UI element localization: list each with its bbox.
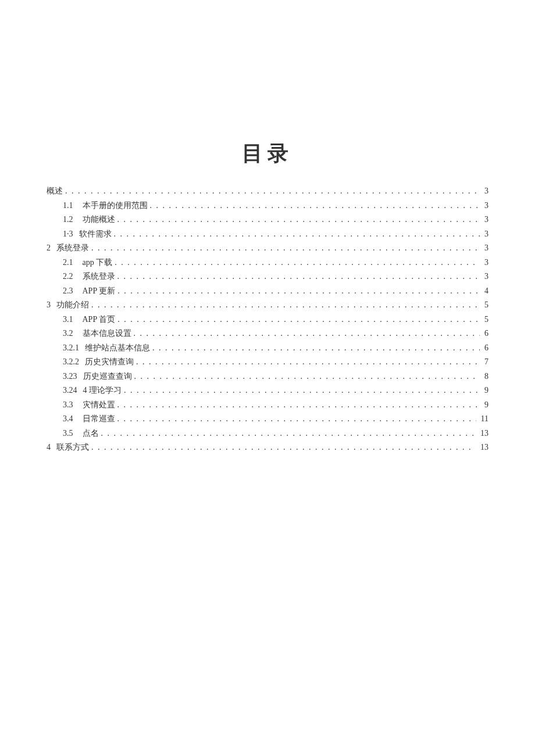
toc-entry-page: 4 [482,284,488,299]
toc-entry-page: 3 [482,241,488,256]
toc-entry-number: 3 [47,298,51,313]
toc-entry-number: 3.2.1 [63,341,79,356]
toc-entry[interactable]: 2系统登录3 [47,241,488,256]
toc-entry-number: 2.2 [63,270,73,284]
toc-entry[interactable]: 2.2系统登录3 [47,270,488,284]
toc-leader-dots [91,241,480,256]
toc-leader-dots [117,313,480,327]
toc-entry[interactable]: 3功能介绍5 [47,298,488,313]
toc-entry-page: 6 [482,327,488,341]
toc-entry-text: 基本信息设置 [83,327,131,341]
toc-entry-page: 6 [482,341,488,356]
toc-entry-text: 维护站点基本信息 [85,341,150,356]
toc-entry-text: 4 理论学习 [83,384,122,398]
toc-entry-number: 4 [47,440,51,455]
toc-entry-page: 9 [482,384,488,398]
toc-entry-number: 2 [47,241,51,256]
toc-entry-page: 11 [479,412,488,427]
toc-leader-dots [136,355,480,370]
toc-entry-page: 13 [478,427,488,441]
toc-entry-page: 3 [482,270,488,284]
toc-entry[interactable]: 1·3软件需求3 [47,227,488,242]
toc-leader-dots [117,213,480,227]
toc-entry-text: 本手册的使用范围 [83,199,148,213]
toc-entry-number: 2.3 [63,284,73,299]
toc-leader-dots [114,227,480,242]
toc-entry-number: 1.2 [63,213,73,227]
toc-entry[interactable]: 3.244 理论学习9 [47,384,488,398]
toc-entry[interactable]: 概述3 [47,184,488,199]
toc-entry-page: 3 [482,184,488,199]
toc-leader-dots [115,256,480,270]
toc-entry-number: 2.1 [63,256,73,270]
toc-entry[interactable]: 3.3灾情处置9 [47,398,488,413]
toc-entry-page: 5 [482,313,488,327]
toc-entry-text: 概述 [47,184,63,199]
toc-entry[interactable]: 3.4日常巡查11 [47,412,488,427]
toc-entry-text: app 下载 [83,256,113,270]
toc-entry-page: 3 [482,227,488,242]
toc-entry-number: 3.2.2 [63,355,79,370]
toc-entry-page: 13 [478,440,488,455]
toc-leader-dots [134,327,480,341]
toc-leader-dots [117,270,480,284]
toc-entry[interactable]: 3.23历史巡查查询8 [47,370,488,384]
toc-leader-dots [117,284,480,299]
toc-entry-text: 系统登录 [56,241,89,256]
toc-leader-dots [101,427,476,441]
toc-entry-number: 3.23 [63,370,77,384]
toc-entry-number: 3.3 [63,398,73,413]
toc-entry-number: 3.5 [63,427,73,441]
toc-entry-number: 1.1 [63,199,73,213]
toc-entry-text: 历史巡查查询 [83,370,132,384]
toc-entry-text: 系统登录 [83,270,115,284]
table-of-contents: 概述31.1本手册的使用范围31.2功能概述31·3软件需求32系统登录32.1… [47,184,488,455]
toc-entry-text: 功能概述 [83,213,115,227]
toc-entry-page: 3 [482,213,488,227]
toc-entry-text: APP 更新 [83,284,116,299]
toc-leader-dots [134,370,480,384]
document-page: 目录 概述31.1本手册的使用范围31.2功能概述31·3软件需求32系统登录3… [0,0,535,455]
toc-entry-page: 5 [482,298,488,313]
toc-entry-number: 3.24 [63,384,77,398]
toc-entry-text: 联系方式 [56,440,89,455]
toc-leader-dots [117,398,480,413]
toc-title: 目录 [47,139,488,168]
toc-entry[interactable]: 3.2.2历史灾情查询7 [47,355,488,370]
toc-entry[interactable]: 2.1app 下载3 [47,256,488,270]
toc-leader-dots [91,298,480,313]
toc-leader-dots [65,184,480,199]
toc-leader-dots [117,412,476,427]
toc-entry-page: 3 [482,256,488,270]
toc-entry-number: 3.1 [63,313,73,327]
toc-entry-text: 灾情处置 [83,398,115,413]
toc-entry[interactable]: 1.2功能概述3 [47,213,488,227]
toc-entry[interactable]: 3.1APP 首页5 [47,313,488,327]
toc-entry-page: 8 [482,370,488,384]
toc-entry[interactable]: 3.5点名13 [47,427,488,441]
toc-entry-text: 功能介绍 [56,298,89,313]
toc-entry-number: 3.4 [63,412,73,427]
toc-leader-dots [124,384,480,398]
toc-leader-dots [152,341,480,356]
toc-entry[interactable]: 1.1本手册的使用范围3 [47,199,488,213]
toc-entry-text: 历史灾情查询 [85,355,134,370]
toc-entry[interactable]: 4联系方式13 [47,440,488,455]
toc-entry[interactable]: 3.2基本信息设置6 [47,327,488,341]
toc-entry-page: 9 [482,398,488,413]
toc-entry-text: APP 首页 [83,313,116,327]
toc-entry-page: 7 [482,355,488,370]
toc-entry-number: 3.2 [63,327,73,341]
toc-entry-page: 3 [482,199,488,213]
toc-entry-number: 1·3 [63,227,73,242]
toc-leader-dots [150,199,480,213]
toc-entry[interactable]: 2.3APP 更新4 [47,284,488,299]
toc-entry-text: 日常巡查 [83,412,115,427]
toc-entry[interactable]: 3.2.1维护站点基本信息6 [47,341,488,356]
toc-entry-text: 软件需求 [79,227,112,242]
toc-leader-dots [91,440,476,455]
toc-entry-text: 点名 [83,427,99,441]
